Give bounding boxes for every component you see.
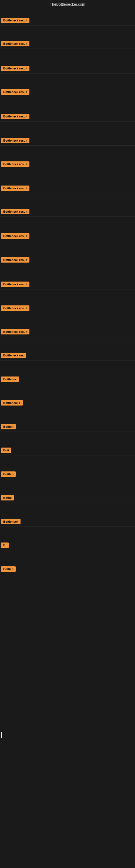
list-item[interactable]: Bottleneck r [0, 398, 135, 408]
list-item[interactable]: Bottlen [0, 469, 135, 479]
bottleneck-badge: Bottleneck result [1, 329, 30, 335]
list-item[interactable]: Bottlen [0, 564, 135, 574]
list-item[interactable]: Bottleneck result [0, 135, 135, 146]
list-item[interactable]: Bottleneck result [0, 63, 135, 73]
bottleneck-badge: Bottleneck result [1, 282, 30, 287]
list-item[interactable]: Bottleneck result [0, 16, 135, 26]
list-item[interactable]: Bott [0, 445, 135, 456]
list-item[interactable]: Bottleneck result [0, 279, 135, 289]
list-item[interactable]: Bottleneck result [0, 207, 135, 217]
list-item[interactable]: Bottleneck result [0, 231, 135, 241]
site-title: TheBottlenecker.com [0, 0, 135, 9]
bottleneck-badge: Bottlen [1, 424, 16, 429]
bottleneck-badge: Bottlen [1, 471, 16, 477]
bottleneck-badge: Bottleneck result [1, 186, 30, 191]
bottleneck-badge: Bottleneck result [1, 233, 30, 239]
list-item[interactable]: Bottleneck result [0, 159, 135, 169]
bottleneck-badge: Bottleneck result [1, 114, 30, 119]
list-item[interactable]: Bottleneck result [0, 183, 135, 193]
list-item[interactable]: Bottleneck res [0, 350, 135, 361]
bottleneck-badge: Bottlen [1, 566, 16, 572]
bottleneck-badge: Bottleneck res [1, 352, 26, 358]
list-item[interactable]: Bottleneck result [0, 39, 135, 49]
cursor-marker [1, 733, 2, 738]
bottleneck-badge: Bottleneck result [1, 18, 30, 23]
bottleneck-badge: Bottleneck result [1, 66, 30, 71]
bottleneck-badge: Bottleneck result [1, 41, 30, 46]
list-item[interactable]: Bo [0, 540, 135, 550]
bottleneck-badge: Bottle [1, 495, 14, 500]
bottleneck-badge: Bott [1, 447, 11, 453]
list-item[interactable]: Bottlen [0, 422, 135, 432]
bottleneck-badge: Bottleneck result [1, 161, 30, 167]
bottleneck-badge: Bottleneck r [1, 400, 23, 405]
list-item[interactable]: Bottlenec [0, 374, 135, 384]
bottleneck-badge: Bottleneck result [1, 138, 30, 143]
list-item[interactable]: Bottle [0, 493, 135, 503]
list-item[interactable]: Bottleneck result [0, 327, 135, 337]
list-item[interactable]: Bottleneck result [0, 87, 135, 97]
bottleneck-badge: Bottleneck [1, 519, 20, 524]
bottleneck-badge: Bottleneck result [1, 89, 30, 95]
bottleneck-badge: Bottleneck result [1, 305, 30, 311]
list-item[interactable]: Bottleneck result [0, 112, 135, 122]
bottleneck-badge: Bottleneck result [1, 257, 30, 262]
bottleneck-badge: Bottleneck result [1, 209, 30, 214]
bottleneck-badge: Bottlenec [1, 376, 19, 382]
list-item[interactable]: Bottleneck result [0, 303, 135, 313]
list-item[interactable]: Bottleneck [0, 517, 135, 527]
list-item[interactable]: Bottleneck result [0, 255, 135, 265]
bottleneck-badge: Bo [1, 542, 9, 548]
